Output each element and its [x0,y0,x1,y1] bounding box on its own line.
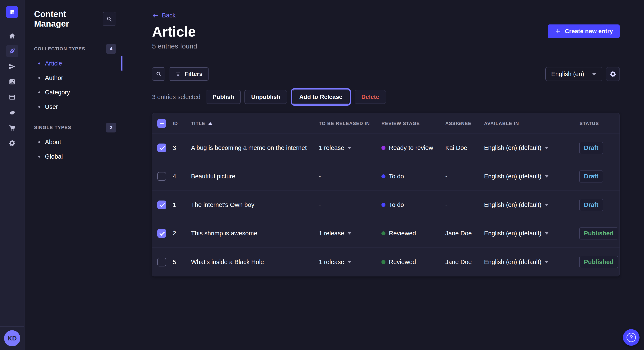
chevron-down-icon [545,204,548,206]
release-dropdown[interactable]: 1 release [319,230,382,237]
cell-id: 5 [173,259,191,266]
release-dropdown[interactable]: - [319,201,382,208]
cell-assignee: - [445,201,484,208]
row-checkbox[interactable] [158,144,166,152]
bullet-icon [38,62,40,64]
table-row[interactable]: 4 Beautiful picture - To do - English (e… [152,162,620,191]
sidebar-item-user[interactable]: User [24,100,123,114]
filter-lines-icon [175,71,181,77]
cell-title: This shrimp is awesome [191,230,319,237]
cell-assignee: Kai Doe [445,144,484,151]
locale-select[interactable]: English (en) [546,67,602,81]
bullet-icon [38,91,40,93]
column-header-status[interactable]: STATUS [580,121,620,126]
unpublish-button[interactable]: Unpublish [244,90,287,104]
row-checkbox[interactable] [158,229,166,238]
release-dropdown[interactable]: - [319,173,382,180]
cell-assignee: Jane Doe [445,259,484,266]
locale-dropdown[interactable]: English (en) (default) [484,230,580,237]
content-manager-feather-icon[interactable] [6,45,18,57]
table-row[interactable]: 5 What's inside a Black Hole 1 release R… [152,248,620,276]
marketplace-cart-icon[interactable] [6,122,18,134]
table-row[interactable]: 3 A bug is becoming a meme on the intern… [152,134,620,162]
column-header-stage[interactable]: REVIEW STAGE [382,121,445,126]
sort-ascending-icon [208,122,212,125]
chevron-down-icon [545,175,548,177]
cell-review-stage: Ready to review [382,144,445,151]
home-icon[interactable] [6,30,18,42]
locale-dropdown[interactable]: English (en) (default) [484,201,580,208]
locale-dropdown[interactable]: English (en) (default) [484,173,580,180]
row-checkbox[interactable] [158,258,166,266]
single-types-count-badge: 2 [106,123,116,133]
user-avatar[interactable]: KD [4,330,20,347]
table-search-button[interactable] [152,67,165,81]
locale-dropdown[interactable]: English (en) (default) [484,259,580,266]
content-type-builder-icon[interactable] [6,91,18,103]
view-settings-button[interactable] [606,67,620,81]
rail-divider [0,24,24,24]
single-types-section: SINGLE TYPES 2 About Global [24,122,123,164]
cell-title: Beautiful picture [191,173,319,180]
back-link[interactable]: Back [152,12,176,19]
chevron-down-icon [348,261,352,263]
chevron-down-icon [348,232,352,234]
column-header-release[interactable]: TO BE RELEASED IN [319,121,382,126]
column-header-id[interactable]: ID [173,121,191,126]
status-badge: Published [580,256,618,268]
chevron-down-icon [592,73,596,75]
create-new-entry-button[interactable]: Create new entry [548,24,620,38]
main-nav-rail: KD [0,0,24,350]
strapi-logo-icon[interactable] [6,6,18,18]
delete-button[interactable]: Delete [355,90,386,104]
collection-types-section: COLLECTION TYPES 4 Article Author Catego… [24,43,123,114]
help-button[interactable]: ? [623,329,640,346]
release-dropdown[interactable]: 1 release [319,259,382,266]
chevron-down-icon [545,261,548,263]
sidebar-item-global[interactable]: Global [24,149,123,164]
publish-button[interactable]: Publish [206,90,241,104]
releases-paper-plane-icon[interactable] [6,60,18,72]
cell-assignee: Jane Doe [445,230,484,237]
entries-count-subtitle: 5 entries found [152,42,620,50]
table-row[interactable]: 1 The internet's Own boy - To do - Engli… [152,191,620,219]
sidebar-search-button[interactable] [103,12,116,26]
cell-title: A bug is becoming a meme on the internet [191,144,319,151]
locale-dropdown[interactable]: English (en) (default) [484,144,580,151]
sidebar-item-author[interactable]: Author [24,71,123,85]
gear-icon [610,71,616,77]
add-to-release-button[interactable]: Add to Release [292,90,349,104]
table-header-row: ID TITLE TO BE RELEASED IN REVIEW STAGE … [152,113,620,134]
column-header-assignee[interactable]: ASSIGNEE [445,121,484,126]
row-checkbox[interactable] [158,172,166,181]
cell-review-stage: To do [382,201,445,208]
single-types-label: SINGLE TYPES [34,125,71,130]
cell-id: 3 [173,144,191,151]
cell-assignee: - [445,173,484,180]
entries-table: ID TITLE TO BE RELEASED IN REVIEW STAGE … [152,113,620,276]
row-checkbox[interactable] [158,200,166,209]
bullet-icon [38,141,40,143]
release-dropdown[interactable]: 1 release [319,144,382,151]
cell-title: What's inside a Black Hole [191,259,319,266]
settings-gear-icon[interactable] [6,137,18,149]
sidebar-item-category[interactable]: Category [24,85,123,100]
bullet-icon [38,106,40,108]
plus-icon [554,28,561,34]
rail-bottom: KD [0,326,24,350]
filters-button[interactable]: Filters [169,67,209,81]
select-all-checkbox[interactable] [158,119,166,128]
cloud-icon[interactable] [6,106,18,118]
media-library-icon[interactable] [6,76,18,88]
sidebar-item-article[interactable]: Article [24,56,123,71]
search-icon [156,71,162,77]
table-row[interactable]: 2 This shrimp is awesome 1 release Revie… [152,219,620,248]
sidebar-item-about[interactable]: About [24,135,123,149]
column-header-available[interactable]: AVAILABLE IN [484,121,580,126]
sidebar-title: Content Manager [34,9,103,28]
column-header-title[interactable]: TITLE [191,121,319,126]
sidebar-rule [34,35,44,35]
status-badge: Draft [580,171,603,182]
cell-title: The internet's Own boy [191,201,319,208]
chevron-down-icon [545,147,548,149]
